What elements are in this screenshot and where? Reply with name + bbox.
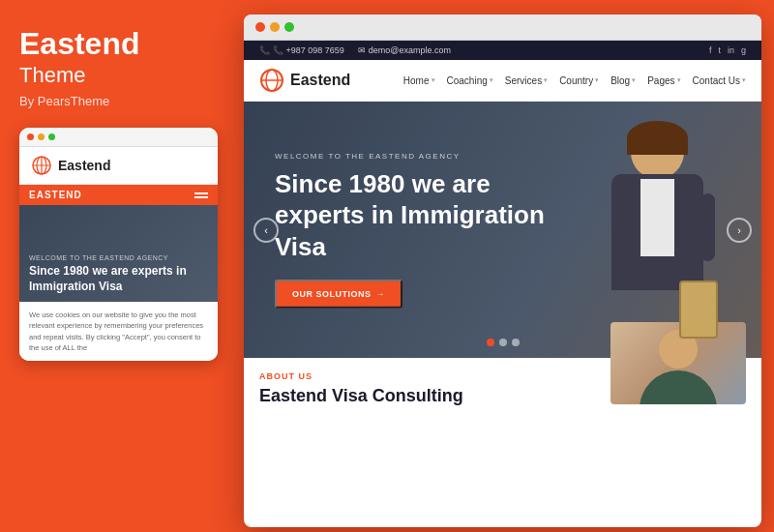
mobile-body-copy: We use cookies on our website to give yo… bbox=[29, 310, 203, 352]
pages-chevron-icon: ▾ bbox=[677, 76, 681, 84]
twitter-icon[interactable]: t bbox=[718, 45, 721, 55]
site-hero: WELCOME TO THE EASTEND AGENCY Since 1980… bbox=[244, 102, 761, 358]
luggage bbox=[679, 281, 718, 339]
site-logo: Eastend bbox=[259, 68, 350, 93]
mobile-logo-bar: Eastend bbox=[19, 147, 218, 185]
browser-dot-green[interactable] bbox=[284, 22, 294, 32]
hero-next-button[interactable]: › bbox=[727, 218, 752, 243]
hero-dot-2[interactable] bbox=[499, 339, 507, 346]
mobile-dot-red bbox=[27, 133, 34, 140]
nav-country-label: Country bbox=[559, 75, 593, 86]
email-icon: ✉ bbox=[358, 45, 366, 55]
nav-home[interactable]: Home ▾ bbox=[403, 75, 435, 86]
prev-arrow-icon: ‹ bbox=[264, 224, 268, 236]
topbar-left: 📞 📞 +987 098 7659 ✉ demo@example.com bbox=[259, 45, 451, 55]
mobile-dot-yellow bbox=[38, 133, 45, 140]
person-shirt bbox=[640, 179, 674, 256]
hero-dot-3[interactable] bbox=[512, 339, 520, 346]
hero-dot-1[interactable] bbox=[487, 339, 494, 346]
topbar-social: f t in g bbox=[709, 45, 746, 55]
nav-blog-label: Blog bbox=[610, 75, 630, 86]
nav-country[interactable]: Country ▾ bbox=[559, 75, 599, 86]
globe-icon bbox=[31, 155, 52, 176]
hero-title: Since 1980 we are experts in Immigration… bbox=[275, 167, 584, 262]
site-below-hero: ABOUT US Eastend Visa Consulting bbox=[244, 358, 761, 420]
nav-pages-label: Pages bbox=[647, 75, 674, 86]
hamburger-icon[interactable] bbox=[194, 192, 208, 198]
hero-cta-arrow-icon: → bbox=[376, 289, 386, 299]
nav-contact[interactable]: Contact Us ▾ bbox=[693, 75, 746, 86]
topbar-email-text: demo@example.com bbox=[369, 45, 451, 55]
mobile-nav-label: EASTEND bbox=[29, 190, 82, 200]
hamburger-line-1 bbox=[194, 192, 208, 194]
facebook-icon[interactable]: f bbox=[709, 45, 712, 55]
browser-dot-red[interactable] bbox=[255, 22, 265, 32]
hamburger-line-2 bbox=[194, 196, 208, 198]
person-hair bbox=[627, 121, 688, 155]
hero-dots bbox=[487, 339, 520, 346]
site-logo-text: Eastend bbox=[290, 72, 350, 89]
services-chevron-icon: ▾ bbox=[544, 76, 548, 84]
mobile-preview-card: Eastend EASTEND WELCOME TO THE EASTEND A… bbox=[19, 128, 218, 361]
browser-dot-yellow[interactable] bbox=[270, 22, 280, 32]
mobile-body-text: We use cookies on our website to give yo… bbox=[19, 302, 218, 361]
left-panel: Eastend Theme By PearsTheme Eastend EAST… bbox=[0, 0, 237, 532]
nav-home-label: Home bbox=[403, 75, 430, 86]
theme-title: Eastend bbox=[19, 27, 218, 61]
mobile-browser-bar bbox=[19, 128, 218, 147]
site-globe-icon bbox=[259, 68, 284, 93]
browser-chrome-bar bbox=[244, 15, 761, 41]
mobile-nav-bar: EASTEND bbox=[19, 185, 218, 205]
hero-content: WELCOME TO THE EASTEND AGENCY Since 1980… bbox=[275, 151, 584, 309]
hero-prev-button[interactable]: ‹ bbox=[253, 218, 279, 243]
contact-chevron-icon: ▾ bbox=[742, 76, 746, 84]
mobile-logo-text: Eastend bbox=[58, 158, 110, 173]
site-topbar: 📞 📞 +987 098 7659 ✉ demo@example.com f t… bbox=[244, 41, 761, 60]
phone-icon: 📞 bbox=[259, 45, 270, 55]
hero-cta-button[interactable]: OUR SOLUTIONS → bbox=[275, 280, 402, 309]
mobile-hero-title: Since 1980 we are experts in Immigration… bbox=[29, 264, 208, 294]
mobile-hero: WELCOME TO THE EASTEND AGENCY Since 1980… bbox=[19, 205, 218, 302]
country-chevron-icon: ▾ bbox=[595, 76, 599, 84]
google-icon[interactable]: g bbox=[741, 45, 746, 55]
person-arm bbox=[700, 193, 715, 261]
browser-window: 📞 📞 +987 098 7659 ✉ demo@example.com f t… bbox=[244, 15, 761, 527]
home-chevron-icon: ▾ bbox=[432, 76, 435, 84]
nav-coaching-label: Coaching bbox=[447, 75, 488, 86]
theme-author: By PearsTheme bbox=[19, 94, 218, 108]
topbar-email: ✉ demo@example.com bbox=[358, 45, 451, 55]
site-navbar: Eastend Home ▾ Coaching ▾ Services ▾ Cou… bbox=[244, 60, 761, 102]
nav-blog[interactable]: Blog ▾ bbox=[610, 75, 636, 86]
hero-welcome-text: WELCOME TO THE EASTEND AGENCY bbox=[275, 151, 584, 160]
nav-coaching[interactable]: Coaching ▾ bbox=[447, 75, 493, 86]
mobile-welcome-text: WELCOME TO THE EASTEND AGENCY bbox=[29, 254, 208, 261]
blog-chevron-icon: ▾ bbox=[632, 76, 636, 84]
coaching-chevron-icon: ▾ bbox=[490, 76, 493, 84]
topbar-phone: 📞 📞 +987 098 7659 bbox=[259, 45, 344, 55]
hero-cta-label: OUR SOLUTIONS bbox=[292, 289, 372, 299]
nav-contact-label: Contact Us bbox=[693, 75, 740, 86]
nav-links: Home ▾ Coaching ▾ Services ▾ Country ▾ B… bbox=[403, 75, 746, 86]
about-person-body bbox=[640, 370, 717, 404]
nav-services[interactable]: Services ▾ bbox=[505, 75, 548, 86]
linkedin-icon[interactable]: in bbox=[728, 45, 734, 55]
mobile-dot-green bbox=[48, 133, 55, 140]
next-arrow-icon: › bbox=[737, 224, 741, 236]
theme-subtitle: Theme bbox=[19, 63, 218, 88]
nav-pages[interactable]: Pages ▾ bbox=[647, 75, 680, 86]
nav-services-label: Services bbox=[505, 75, 542, 86]
